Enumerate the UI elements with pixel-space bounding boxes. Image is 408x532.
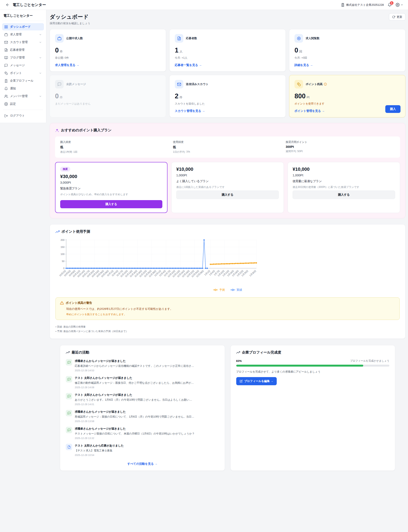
eye-icon xyxy=(295,34,303,43)
book-open-icon xyxy=(4,56,8,60)
warning-line2: 早めにポイントを購入することをおすすめします。 xyxy=(66,313,395,316)
page-title: ダッシュボード xyxy=(50,13,90,20)
applicants-link[interactable]: 応募者一覧を見る → xyxy=(175,63,202,67)
plan-points: 3,000Pt xyxy=(60,181,162,184)
coins-icon xyxy=(295,80,303,88)
activity-item-time: 2025-12-28 13:32 xyxy=(75,437,195,439)
top-bar: 電工しごとセンター 株式会社テスト企業20251228 5 xyxy=(0,0,408,10)
chevron-down-icon xyxy=(39,33,42,36)
plan-price: ¥10,000 xyxy=(293,166,395,172)
stat-sub: 非公開: 0件 xyxy=(55,56,161,60)
sidebar-item-label: スカウト管理 xyxy=(10,40,37,44)
activity-item[interactable]: テスト 太郎さんから応募がありました 【テスト求人】電気工事士募集 2025-1… xyxy=(66,444,219,456)
points-link[interactable]: ポイント管理を見る → xyxy=(295,109,325,113)
plan-points: 1,000Pt xyxy=(176,173,279,177)
svg-text:0: 0 xyxy=(63,267,64,270)
plan-name: 使用量に最適なプラン xyxy=(293,179,395,183)
sidebar-item-label: ポイント xyxy=(10,71,37,75)
activity-item-title: 求職者さんからメッセージが届きました xyxy=(75,427,195,431)
activity-item[interactable]: テスト 太郎さんからメッセージが届きました 修正後の動作確認用メッセージ：面接当… xyxy=(66,376,219,389)
plan-buy-button[interactable]: 購入する xyxy=(176,190,279,199)
stat-value: 2 xyxy=(175,92,178,100)
mail-icon xyxy=(175,80,183,88)
stat-title: 応募者数 xyxy=(186,36,197,40)
plan-card-grid: 推奨 ¥30,000 3,000Pt 緊急推奨プラン ポイント残高が少ないため、… xyxy=(55,162,400,213)
notification-badge: 5 xyxy=(390,1,393,5)
stat-title: 公開中求人数 xyxy=(66,36,83,40)
sidebar-item-dashboard[interactable]: ダッシュボード xyxy=(2,23,44,30)
sidebar-item-notifications[interactable]: 通知 xyxy=(2,85,44,92)
stat-sub: ポイントを使用できます xyxy=(295,102,400,106)
plan-buy-button[interactable]: 購入する xyxy=(60,200,162,208)
building-icon xyxy=(4,79,8,83)
buy-points-button[interactable]: 購入 xyxy=(385,105,400,113)
jobs-link[interactable]: 求人管理を見る → xyxy=(55,63,79,67)
activity-item-time: 2025-12-28 13:58 xyxy=(75,420,195,422)
plan-name: 緊急推奨プラン xyxy=(60,187,162,190)
notifications-button[interactable]: 5 xyxy=(388,3,392,7)
sidebar-item-company-profile[interactable]: 企業プロフィール xyxy=(2,77,44,85)
gear-icon xyxy=(4,102,8,106)
sidebar-item-members[interactable]: メンバー管理 xyxy=(2,93,44,100)
activity-item-desc: 修正後の動作確認用メッセージ：面接当日、何かご不明な点がございましたら、お気軽に… xyxy=(75,381,195,385)
edit-profile-button[interactable]: プロフィールを編集 → xyxy=(236,377,277,385)
profile-progress-bar xyxy=(236,365,390,367)
sidebar-item-label: ダッシュボード xyxy=(10,25,42,29)
sidebar-item-label: 通知 xyxy=(10,86,42,90)
scouts-link[interactable]: スカウト管理を見る → xyxy=(175,109,205,113)
activity-item[interactable]: テスト 太郎さんからメッセージが届きました ありがとうございます。1月6日（月）… xyxy=(66,393,219,406)
legend-actual[interactable]: 実績 xyxy=(230,288,242,292)
sidebar-item-applicants[interactable]: 応募者管理 xyxy=(2,46,44,53)
stat-unit: Pt xyxy=(307,95,309,99)
plan-stat-recommended-monthly: 推奨月間ポイント 300Pt 週間平均: 50Pt xyxy=(286,140,395,154)
chart-title: ポイント使用予測 xyxy=(61,229,90,234)
svg-text:50: 50 xyxy=(62,260,64,262)
grid-icon xyxy=(4,25,8,29)
sidebar-item-blog[interactable]: ブログ管理 xyxy=(2,54,44,61)
settings-menu[interactable] xyxy=(396,3,403,7)
stat-unit: 件 xyxy=(60,95,63,99)
info-icon[interactable] xyxy=(324,83,327,86)
see-all-activity-link[interactable]: すべての活動を見る → xyxy=(66,462,219,466)
sidebar-item-label: 応募者管理 xyxy=(10,48,42,52)
coins-icon xyxy=(4,71,8,75)
stat-card-grid: 公開中求人数 0件 非公開: 0件 求人管理を見る → 応募者数 1人 今月: … xyxy=(50,29,405,117)
sidebar-item-points[interactable]: ポイント xyxy=(2,69,44,77)
legend-forecast[interactable]: 予測 xyxy=(213,288,225,292)
sidebar-item-messages[interactable]: メッセージ xyxy=(2,62,44,69)
profile-hint: プロフィールを完成させましょう xyxy=(350,359,389,363)
profile-desc: プロフィールを完成させて、より多くの求職者にアピールしましょう xyxy=(236,370,390,374)
sidebar-item-scout[interactable]: スカウト管理 xyxy=(2,39,44,46)
refresh-button[interactable]: 更新 xyxy=(389,13,405,21)
refresh-label: 更新 xyxy=(397,15,402,19)
chat-icon xyxy=(4,64,8,67)
chevron-down-icon xyxy=(39,95,42,98)
plan-stat-value: 低 xyxy=(173,145,282,149)
plan-stat-value: 低 xyxy=(60,145,170,149)
stat-unit: 件 xyxy=(60,50,63,53)
activity-title: 最近の活動 xyxy=(72,350,89,355)
activity-item-time: 2025-12-28 10:54 xyxy=(75,454,124,456)
plan-buy-button[interactable]: 購入する xyxy=(293,190,395,199)
job-views-link[interactable]: 詳細を見る → xyxy=(295,63,313,67)
building-icon xyxy=(341,3,345,7)
sidebar-item-settings[interactable]: 設定 xyxy=(2,100,44,108)
activity-item-desc: 応募者詳細ページからのメッセージ送信機能の確認テストです。このメッセージが正常に… xyxy=(75,364,195,368)
sidebar-item-jobs[interactable]: 求人管理 xyxy=(2,31,44,38)
stat-unit: 人 xyxy=(179,50,182,53)
sidebar-item-logout[interactable]: ログアウト xyxy=(2,112,44,119)
activity-item[interactable]: 求職者さんからメッセージが届きました テストメッセージ面接の日程について、来週の… xyxy=(66,427,219,439)
chat-icon xyxy=(66,427,72,433)
activity-item[interactable]: 求職者さんからメッセージが届きました 応募者詳細ページからのメッセージ送信機能の… xyxy=(66,359,219,372)
stat-title: ポイント残高 xyxy=(306,82,323,86)
legend-label: 予測 xyxy=(219,288,225,292)
back-button[interactable] xyxy=(6,3,10,7)
stat-value: 0 xyxy=(55,46,59,54)
plan-card-urgent: 推奨 ¥30,000 3,000Pt 緊急推奨プラン ポイント残高が少ないため、… xyxy=(55,162,168,213)
activity-item[interactable]: 求職者さんからメッセージが届きました 再確認用メッセージ：面接の日程について、1… xyxy=(66,410,219,422)
usage-forecast-chart[interactable]: 05010015020010月2日10月5日10月8日10月11日10月14日1… xyxy=(55,238,261,287)
warning-line1: 現在の使用ペースでは、約2026年1月27日にポイントが不足する可能性があります… xyxy=(66,307,395,311)
chat-icon xyxy=(66,359,72,366)
trend-up-icon xyxy=(236,351,240,354)
company-menu[interactable]: 株式会社テスト企業20251228 xyxy=(341,3,384,7)
